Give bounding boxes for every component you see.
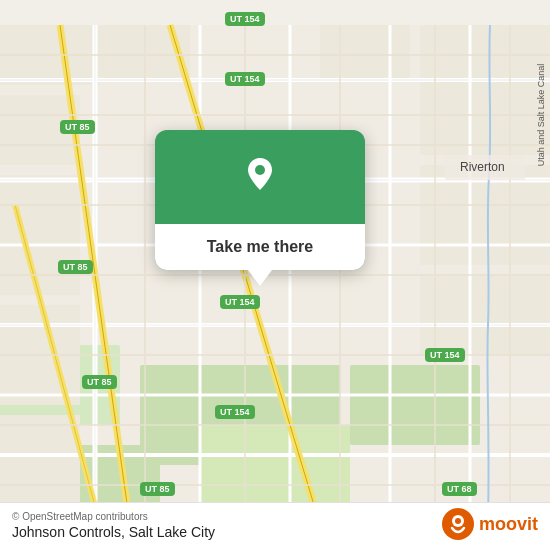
canal-label: Utah and Salt Lake Canal	[536, 64, 546, 167]
shield-ut85-left1: UT 85	[60, 120, 95, 134]
shield-ut85-left3: UT 85	[82, 375, 117, 389]
take-me-there-button[interactable]: Take me there	[155, 224, 365, 270]
moovit-text: moovit	[479, 514, 538, 535]
location-popup: Take me there	[155, 130, 365, 270]
svg-rect-12	[420, 275, 550, 355]
svg-point-55	[455, 518, 461, 524]
riverton-label: Riverton	[460, 160, 505, 174]
map-background	[0, 0, 550, 550]
shield-ut68-bot: UT 68	[442, 482, 477, 496]
shield-ut85-bot: UT 85	[140, 482, 175, 496]
location-pin-icon	[234, 148, 286, 200]
shield-ut154-mid2: UT 154	[220, 295, 260, 309]
bottom-bar: © OpenStreetMap contributors Johnson Con…	[0, 502, 550, 550]
moovit-icon	[442, 508, 474, 540]
shield-ut154-right: UT 154	[425, 348, 465, 362]
shield-ut85-left2: UT 85	[58, 260, 93, 274]
svg-rect-13	[0, 175, 80, 295]
svg-rect-10	[420, 25, 550, 155]
popup-arrow	[248, 270, 272, 286]
map-container: UT 154 UT 154 UT 85 UT 85 UT 154 UT 85 U…	[0, 0, 550, 550]
shield-ut154-bot: UT 154	[215, 405, 255, 419]
svg-rect-4	[200, 425, 350, 505]
moovit-logo: moovit	[442, 508, 538, 540]
shield-ut154-top: UT 154	[225, 12, 265, 26]
shield-ut154-mid1: UT 154	[225, 72, 265, 86]
svg-point-52	[255, 165, 265, 175]
svg-rect-3	[350, 365, 480, 445]
svg-rect-9	[320, 25, 410, 80]
